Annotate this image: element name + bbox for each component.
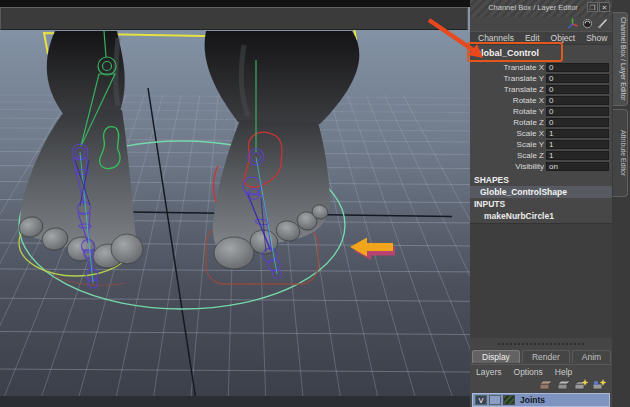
display-layer-row-joints[interactable]: V Joints	[472, 393, 610, 407]
inputs-section-header: INPUTS	[474, 199, 608, 210]
attr-label[interactable]: Scale X	[516, 129, 544, 138]
shape-node-row[interactable]: Globle_ControlShape	[470, 186, 612, 198]
attr-label[interactable]: Translate Z	[504, 85, 544, 94]
side-tab-channel-box[interactable]: Channel Box / Layer Editor	[612, 12, 628, 106]
menu-show[interactable]: Show	[586, 33, 607, 43]
panel-float-button[interactable]: ❐	[587, 2, 598, 12]
attr-row-visibility: Visibility on	[470, 161, 612, 172]
menu-layers[interactable]: Layers	[476, 367, 502, 377]
attr-value-field[interactable]: 0	[546, 85, 609, 95]
attr-label[interactable]: Rotate X	[513, 96, 544, 105]
layer-name: Joints	[520, 395, 545, 405]
attr-row-translate-z: Translate Z 0	[470, 84, 612, 95]
viewport-panel[interactable]	[0, 0, 470, 407]
attr-label[interactable]: Translate X	[503, 63, 544, 72]
channel-box-empty-area	[470, 223, 612, 338]
input-node-row[interactable]: makeNurbCircle1	[470, 210, 612, 222]
menu-object[interactable]: Object	[551, 33, 576, 43]
tab-anim[interactable]: Anim	[572, 350, 611, 363]
viewport-scene	[0, 0, 470, 407]
panel-dock-strip: Channel Box / Layer Editor Attribute Edi…	[612, 0, 630, 407]
side-tab-attribute-editor[interactable]: Attribute Editor	[612, 109, 628, 197]
splitter-grip-dots	[498, 343, 584, 345]
menu-edit[interactable]: Edit	[525, 33, 540, 43]
attr-value-field[interactable]: 1	[546, 129, 609, 139]
menu-channels[interactable]: Channels	[478, 33, 514, 43]
attr-label[interactable]: Rotate Y	[513, 107, 544, 116]
layer-editor-menubar: Layers Options Help	[470, 364, 612, 378]
attr-value-field[interactable]: 1	[546, 151, 609, 161]
attr-label[interactable]: Visibility	[515, 162, 544, 171]
speed-dial-icon[interactable]	[582, 18, 593, 29]
viewport-bottom-strip	[0, 396, 470, 407]
tab-display[interactable]: Display	[472, 350, 520, 363]
attr-value-field[interactable]: 1	[546, 140, 609, 150]
left-shin-highlight	[116, 38, 118, 106]
tab-render[interactable]: Render	[522, 350, 570, 363]
maya-window: Channel Box / Layer Editor ❐ ✕ Channels …	[0, 0, 630, 407]
viewport-toolbar-bar	[0, 7, 468, 30]
attr-label[interactable]: Scale Y	[517, 140, 544, 149]
panel-close-button[interactable]: ✕	[599, 2, 610, 12]
channel-box-menubar: Channels Edit Object Show	[470, 31, 612, 45]
attr-value-field[interactable]: on	[546, 162, 609, 172]
move-layer-up-icon[interactable]	[538, 379, 552, 391]
attr-row-scale-z: Scale Z 1	[470, 150, 612, 161]
attr-label[interactable]: Translate Y	[504, 74, 544, 83]
attr-label[interactable]: Rotate Z	[513, 118, 544, 127]
layer-editor-tabs: Display Render Anim	[472, 350, 611, 363]
attr-row-translate-x: Translate X 0	[470, 62, 612, 73]
channel-box-tool-icons	[567, 17, 608, 30]
channel-box-panel: Channel Box / Layer Editor ❐ ✕ Channels …	[470, 0, 612, 407]
pen-slider-icon[interactable]	[597, 18, 608, 29]
menu-help[interactable]: Help	[555, 367, 572, 377]
attr-value-field[interactable]: 0	[546, 74, 609, 84]
new-empty-layer-icon[interactable]	[574, 379, 588, 391]
attr-row-rotate-z: Rotate Z 0	[470, 117, 612, 128]
attr-value-field[interactable]: 0	[546, 96, 609, 106]
menu-options[interactable]: Options	[514, 367, 543, 377]
panel-title: Channel Box / Layer Editor	[470, 3, 596, 12]
layer-color-swatch[interactable]	[503, 395, 515, 405]
layer-editor-icon-row	[538, 379, 606, 391]
layer-visibility-checkbox[interactable]: V	[475, 395, 487, 405]
selected-object-name[interactable]: Global_Control	[472, 46, 612, 61]
attr-label[interactable]: Scale Z	[517, 151, 544, 160]
manipulator-axis-icon[interactable]	[567, 18, 578, 29]
attr-row-rotate-y: Rotate Y 0	[470, 106, 612, 117]
panel-splitter[interactable]	[470, 338, 612, 350]
move-layer-down-icon[interactable]	[556, 379, 570, 391]
attr-row-scale-y: Scale Y 1	[470, 139, 612, 150]
attr-row-translate-y: Translate Y 0	[470, 73, 612, 84]
new-layer-from-selected-icon[interactable]	[592, 379, 606, 391]
viewport-top-strip	[0, 0, 470, 7]
attr-value-field[interactable]: 0	[546, 63, 609, 73]
layer-state-box[interactable]	[489, 395, 501, 405]
shapes-section-header: SHAPES	[474, 175, 608, 186]
attr-value-field[interactable]: 0	[546, 107, 609, 117]
channel-attribute-list: Translate X 0 Translate Y 0 Translate Z …	[470, 62, 612, 172]
attr-row-scale-x: Scale X 1	[470, 128, 612, 139]
attr-row-rotate-x: Rotate X 0	[470, 95, 612, 106]
attr-value-field[interactable]: 0	[546, 118, 609, 128]
